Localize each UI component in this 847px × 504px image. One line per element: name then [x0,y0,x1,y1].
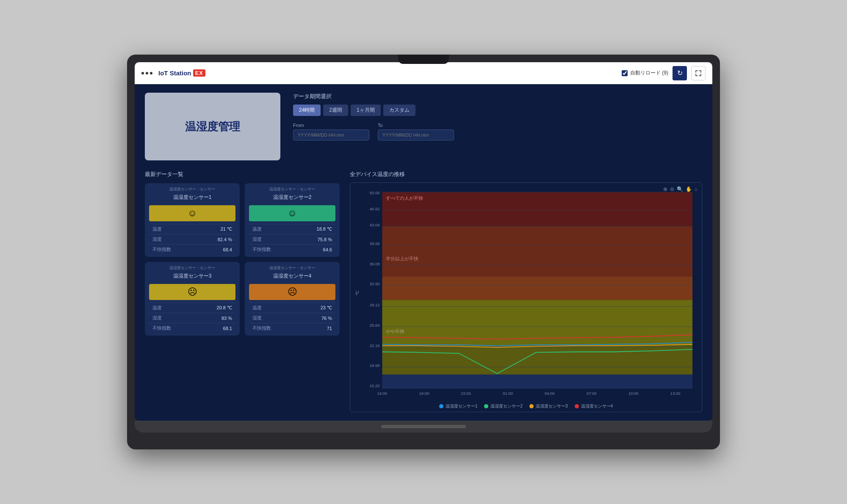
period-btn-24h[interactable]: 24時間 [293,105,321,116]
dot2 [146,72,148,74]
date-inputs: From To [293,123,702,140]
sensor-card-header-3: 温湿度センサー・センサー 温湿度センサー3 [145,262,240,281]
y-label-3260: 32.60 [370,282,380,286]
sensor-row-4-0: 温度 23 ℃ [249,303,335,313]
sensor-subtitle-3: 温湿度センサー・センサー [149,265,235,271]
zone-all-uncomfortable [382,192,693,226]
sensor-name-1: 温湿度センサー1 [173,194,212,200]
sensor-row-label-2-1: 湿度 [252,236,262,242]
y-label-4304: 43.04 [370,223,380,227]
sensor-row-label-1-0: 温度 [152,226,162,232]
sensor-row-4-1: 湿度 76 % [249,313,335,323]
sensor-subtitle-1: 温湿度センサー・センサー [149,187,235,192]
laptop-screen: IoT Station EX 自動リロード (9) ↻ [135,62,712,420]
y-label-1868: 18.68 [370,364,380,368]
chart-search[interactable]: 🔍 [677,186,683,192]
header-left: IoT Station EX [141,69,205,77]
sensor-row-value-4-1: 76 % [321,316,332,321]
legend-label-1: 温湿度センサー1 [446,403,478,409]
chart-panel: 全デバイス温度の推移 ⊕ ⊖ 🔍 ✋ ⌂ [350,171,702,412]
x-label-1900: 19:00 [419,391,429,396]
y-label-4652: 46.52 [370,207,380,211]
sensor-row-value-4-0: 23 ℃ [321,305,332,311]
laptop-base [135,421,712,432]
fullscreen-button[interactable] [691,66,706,80]
sensor-row-2-0: 温度 18.8 ℃ [249,224,335,234]
temperature-chart: すべての人が不快 半分以上が不快 やや不快 50.00 46.52 43.04 … [354,187,698,399]
header-bar: IoT Station EX 自動リロード (9) ↻ [135,62,712,84]
chart-zoom-out[interactable]: ⊖ [670,186,674,192]
legend-label-2: 温湿度センサー2 [490,403,523,409]
x-label-1000: 10:00 [628,391,639,396]
bottom-section: 最新データ一覧 温湿度センサー・センサー 温湿度センサー1 ☺ 温度 21 ℃ … [145,171,702,412]
window-controls[interactable] [141,72,152,74]
sensor-row-label-4-1: 湿度 [252,315,262,321]
sensor-name-2: 温湿度センサー2 [273,194,312,200]
legend-dot-2 [484,404,488,408]
zone-label-slight: やや不快 [386,329,404,334]
sensor-row-3-2: 不快指数 68.1 [149,323,235,333]
chart-home[interactable]: ⌂ [695,186,698,192]
chart-svg-wrap: すべての人が不快 半分以上が不快 やや不快 50.00 46.52 43.04 … [354,187,698,400]
sensor-subtitle-2: 温湿度センサー・センサー [249,187,335,192]
y-label-2912: 29.12 [370,303,380,308]
y-label-1520: 15.20 [370,383,380,388]
x-label-1600: 16:00 [377,391,388,396]
legend-label-3: 温湿度センサー3 [536,403,568,409]
sensor-row-value-2-2: 64.6 [323,247,332,252]
x-label-0400: 04:00 [545,391,555,396]
sensor-card-1: 温湿度センサー・センサー 温湿度センサー1 ☺ 温度 21 ℃ 湿度 82.4 … [145,183,240,257]
zone-label-half: 半分以上が不快 [386,256,418,261]
sensor-row-4-2: 不快指数 71 [249,323,335,333]
legend-item-4: 温湿度センサー4 [575,403,613,409]
y-label-50: 50.00 [370,190,380,195]
x-label-0100: 01:00 [503,391,513,396]
date-selector: データ期間選択 24時間 2週間 1ヶ月間 カスタム From To [293,93,702,160]
x-label-1300: 13:00 [670,391,681,396]
sensor-row-1-1: 湿度 82.4 % [149,234,235,244]
period-btn-2w[interactable]: 2週間 [323,105,348,116]
period-btn-custom[interactable]: カスタム [383,105,415,116]
sensor-row-value-3-2: 68.1 [223,326,232,331]
sensor-data-1: 温度 21 ℃ 湿度 82.4 % 不快指数 68.4 [149,224,235,254]
reload-button[interactable]: ↻ [673,66,687,80]
sensor-data-4: 温度 23 ℃ 湿度 76 % 不快指数 71 [249,303,335,333]
auto-reload-control: 自動リロード (9) [622,69,668,77]
to-label: To [378,123,454,128]
period-buttons: 24時間 2週間 1ヶ月間 カスタム [293,105,702,116]
sensor-row-label-4-2: 不快指数 [252,325,271,331]
header-right: 自動リロード (9) ↻ [622,66,706,80]
auto-reload-checkbox[interactable] [622,70,628,76]
legend-item-3: 温湿度センサー3 [529,403,568,409]
sensor-row-label-2-2: 不快指数 [252,246,271,253]
sensor-row-label-3-2: 不快指数 [152,325,171,331]
sensor-row-1-0: 温度 21 ℃ [149,224,235,234]
sensor-data-3: 温度 20.8 ℃ 湿度 83 % 不快指数 68.1 [149,303,235,333]
period-btn-1m[interactable]: 1ヶ月間 [351,105,381,116]
x-label-2200: 22:00 [461,391,471,396]
chart-pan[interactable]: ✋ [686,186,692,192]
zone-3 [382,277,693,300]
sensor-row-2-1: 湿度 75.8 % [249,234,335,244]
legend-dot-3 [529,404,534,408]
dot3 [150,72,152,74]
to-input[interactable] [378,129,454,140]
y-label-3608: 36.08 [370,262,380,266]
laptop-frame: IoT Station EX 自動リロード (9) ↻ [127,55,720,449]
sensor-card-header-2: 温湿度センサー・センサー 温湿度センサー2 [245,183,340,203]
zone-5 [382,345,693,375]
sensors-grid: 温湿度センサー・センサー 温湿度センサー1 ☺ 温度 21 ℃ 湿度 82.4 … [145,183,340,336]
laptop-notch [398,55,449,64]
title-card-text: 温湿度管理 [185,119,240,134]
brand-suffix: EX [193,69,205,77]
brand-logo: IoT Station EX [158,69,205,77]
y-label-2564: 25.64 [370,323,380,328]
sensor-card-3: 温湿度センサー・センサー 温湿度センサー3 ☹ 温度 20.8 ℃ 湿度 83 … [145,262,240,336]
from-field: From [293,123,369,140]
sensors-panel-title: 最新データ一覧 [145,171,340,178]
sensor-card-header-4: 温湿度センサー・センサー 温湿度センサー4 [245,262,340,281]
from-input[interactable] [293,129,369,140]
chart-zoom-in[interactable]: ⊕ [663,186,667,192]
main-content: 温湿度管理 データ期間選択 24時間 2週間 1ヶ月間 カスタム From [135,84,712,420]
sensor-face-3: ☹ [149,284,235,300]
